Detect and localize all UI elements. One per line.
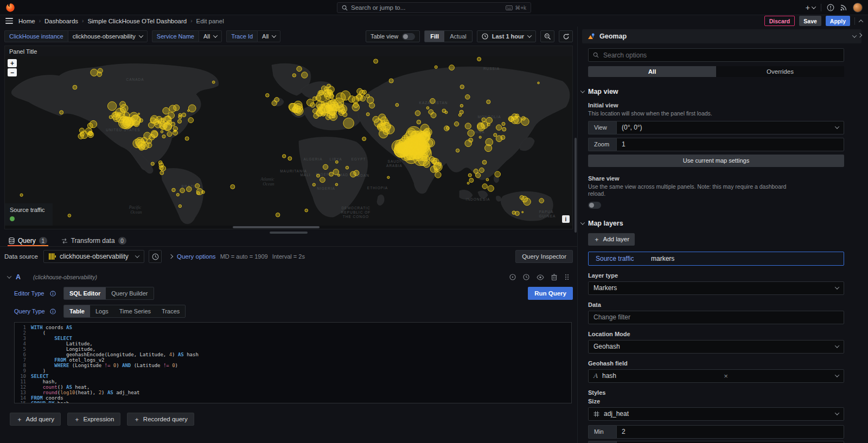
datasource-hint-button[interactable] bbox=[149, 250, 162, 263]
tab-query[interactable]: Query 1 bbox=[8, 235, 48, 246]
geohash-field-select[interactable]: A hash × bbox=[588, 369, 844, 383]
zoom-out-time-button[interactable] bbox=[540, 30, 554, 42]
query-type-traces[interactable]: Traces bbox=[156, 305, 185, 317]
map-attribution-button[interactable]: i bbox=[562, 215, 570, 223]
fill-option[interactable]: Fill bbox=[425, 31, 444, 42]
data-filter-select[interactable]: Change filter bbox=[588, 311, 844, 324]
share-view-toggle[interactable] bbox=[588, 202, 601, 209]
view-select[interactable]: (0°, 0°) bbox=[616, 121, 844, 134]
breadcrumb-dashboard-name[interactable]: Simple ClickHouse OTel Dashboard bbox=[87, 18, 187, 24]
visualization-name: Geomap bbox=[599, 33, 627, 40]
zoom-input[interactable]: 1 bbox=[616, 138, 844, 151]
service-name-filter: Service Name All bbox=[152, 30, 222, 42]
editor-type-sql[interactable]: SQL Editor bbox=[64, 287, 106, 299]
map-horizontal-scrollbar[interactable] bbox=[5, 226, 572, 229]
layer-type-select[interactable]: Markers bbox=[588, 281, 844, 295]
query-type-logs[interactable]: Logs bbox=[90, 305, 114, 317]
add-layer-button[interactable]: ＋Add layer bbox=[588, 233, 635, 246]
discard-button[interactable]: Discard bbox=[764, 16, 795, 26]
apply-button[interactable]: Apply bbox=[826, 16, 850, 26]
map-zoom-in-button[interactable]: + bbox=[8, 59, 17, 67]
actual-option[interactable]: Actual bbox=[444, 31, 472, 42]
sql-code[interactable]: WITH coords AS ( SELECT Latitude, Longit… bbox=[31, 325, 571, 401]
svg-text:PAPUA: PAPUA bbox=[539, 210, 554, 214]
svg-text:DEMOCRATIC: DEMOCRATIC bbox=[341, 206, 370, 210]
trash-icon[interactable] bbox=[551, 274, 557, 280]
scrollbar-thumb[interactable] bbox=[233, 226, 320, 228]
share-view-description: Use the same view across multiple panels… bbox=[588, 183, 800, 198]
add-query-button[interactable]: ＋Add query bbox=[10, 413, 61, 426]
save-button[interactable]: Save bbox=[799, 16, 821, 26]
section-map-view[interactable]: Map view bbox=[581, 88, 844, 95]
breadcrumb: Home › Dashboards › Simple ClickHouse OT… bbox=[18, 18, 224, 24]
help-icon[interactable] bbox=[827, 4, 834, 11]
divider bbox=[821, 4, 821, 11]
geohash-field-label: Geohash field bbox=[588, 360, 844, 367]
clock-icon bbox=[152, 253, 159, 260]
service-name-select[interactable]: All bbox=[199, 30, 222, 42]
help-circle-icon[interactable] bbox=[509, 274, 516, 280]
breadcrumb-dashboards[interactable]: Dashboards bbox=[44, 18, 78, 24]
query-type-table[interactable]: Table bbox=[64, 305, 90, 317]
clear-icon[interactable]: × bbox=[724, 373, 728, 380]
sql-editor[interactable]: 123456789101112131415 WITH coords AS ( S… bbox=[14, 322, 572, 403]
tab-all[interactable]: All bbox=[588, 66, 716, 77]
section-map-layers[interactable]: Map layers bbox=[581, 220, 844, 227]
add-menu-button[interactable]: + bbox=[806, 3, 815, 12]
size-field-select[interactable]: adj_heat bbox=[588, 407, 844, 421]
query-options-toggle[interactable]: Query options bbox=[169, 253, 216, 260]
drag-handle-icon[interactable] bbox=[564, 274, 570, 280]
editor-type-switch: SQL Editor Query Builder bbox=[63, 287, 154, 300]
options-search-input[interactable]: Search options bbox=[588, 48, 844, 62]
use-current-map-settings-button[interactable]: Use current map settings bbox=[588, 155, 844, 167]
layer-item-source-traffic[interactable]: Source traffic markers bbox=[588, 252, 844, 266]
panel-title[interactable]: Panel Title bbox=[5, 46, 572, 56]
trace-id-select[interactable]: All bbox=[257, 30, 280, 42]
world-map: RUSSIACANADAUNITED STATESBRAZILKAZAKHSTA… bbox=[5, 56, 572, 226]
user-avatar[interactable] bbox=[853, 3, 863, 12]
refresh-button[interactable] bbox=[559, 30, 573, 42]
data-label: Data bbox=[588, 301, 844, 308]
chevron-down-icon[interactable] bbox=[7, 274, 11, 278]
svg-text:MAURITANIA: MAURITANIA bbox=[280, 169, 307, 173]
query-inspector-button[interactable]: Query Inspector bbox=[515, 250, 573, 263]
svg-text:GUINEA: GUINEA bbox=[539, 214, 556, 218]
run-query-button[interactable]: Run Query bbox=[528, 287, 573, 300]
grafana-logo-icon bbox=[5, 3, 15, 12]
query-row-header[interactable]: A (clickhouse-observability) bbox=[8, 272, 573, 282]
eye-icon[interactable] bbox=[537, 274, 544, 280]
menu-toggle-icon[interactable] bbox=[5, 18, 13, 23]
search-input[interactable]: Search or jump to... ⌘+k bbox=[337, 2, 531, 13]
time-range-picker[interactable]: Last 1 hour bbox=[477, 30, 536, 42]
datasource-picker[interactable]: clickhouse-observability bbox=[43, 250, 144, 263]
transform-icon bbox=[61, 238, 68, 244]
clickhouse-instance-select[interactable]: clickhouse-observability bbox=[68, 30, 148, 42]
table-view-toggle[interactable]: Table view bbox=[366, 30, 420, 42]
editor-type-builder[interactable]: Query Builder bbox=[106, 287, 153, 299]
geomap-canvas[interactable]: RUSSIACANADAUNITED STATESBRAZILKAZAKHSTA… bbox=[5, 56, 572, 226]
query-count-badge: 1 bbox=[39, 237, 47, 245]
trace-id-filter: Trace Id All bbox=[226, 30, 280, 42]
breadcrumb-home[interactable]: Home bbox=[18, 18, 35, 24]
visualization-picker[interactable]: Geomap bbox=[582, 29, 861, 43]
chevron-right-icon bbox=[169, 254, 173, 259]
history-icon[interactable] bbox=[523, 274, 529, 280]
news-rss-icon[interactable] bbox=[840, 4, 847, 11]
legend-marker-icon bbox=[10, 216, 15, 221]
collapse-up-icon[interactable] bbox=[859, 20, 863, 24]
tab-overrides[interactable]: Overrides bbox=[716, 66, 844, 77]
map-zoom-out-button[interactable]: − bbox=[8, 68, 17, 76]
add-recorded-query-button[interactable]: ＋Recorded query bbox=[127, 413, 194, 426]
chevron-down-icon bbox=[527, 33, 532, 37]
max-input[interactable]: 15 bbox=[616, 441, 844, 443]
query-type-timeseries[interactable]: Time Series bbox=[114, 305, 156, 317]
add-expression-button[interactable]: ＋Expression bbox=[67, 413, 120, 426]
chevron-down-icon bbox=[852, 33, 857, 37]
tab-transform-data[interactable]: Transform data 0 bbox=[60, 235, 127, 246]
left-pane-scrollbar[interactable] bbox=[575, 138, 577, 233]
pane-splitter[interactable] bbox=[0, 229, 577, 235]
grafana-logo[interactable] bbox=[5, 2, 16, 13]
min-input[interactable]: 2 bbox=[616, 425, 844, 439]
svg-text:CANADA: CANADA bbox=[126, 78, 144, 81]
location-mode-select[interactable]: Geohash bbox=[588, 340, 844, 354]
